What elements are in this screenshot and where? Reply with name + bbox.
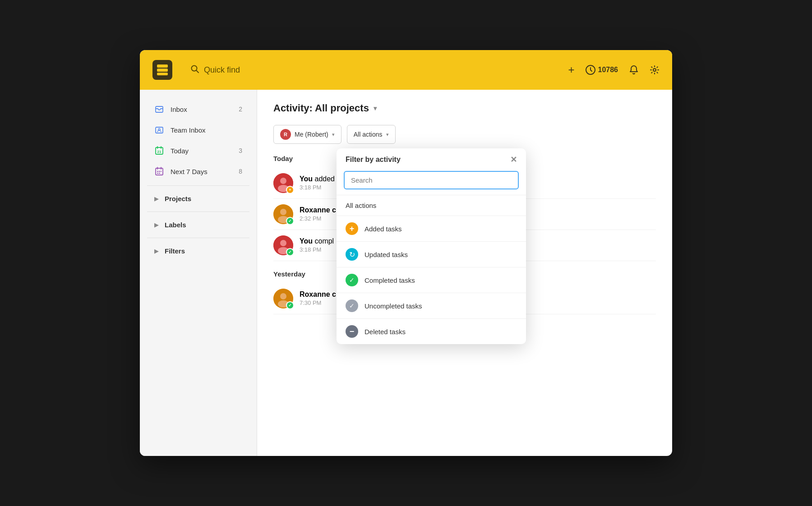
updated-tasks-icon: ↻ <box>346 248 358 261</box>
avatar-wrap-2: ✓ <box>273 204 293 224</box>
svg-rect-18 <box>159 171 160 172</box>
svg-rect-17 <box>157 171 158 172</box>
page-title: Activity: All projects ▾ <box>273 102 656 114</box>
user-avatar: R <box>280 129 291 140</box>
svg-rect-0 <box>157 64 168 68</box>
dropdown-item-all-actions[interactable]: All actions <box>337 195 526 216</box>
sidebar-item-team-inbox[interactable]: Team Inbox <box>143 120 253 140</box>
page-title-chevron[interactable]: ▾ <box>374 105 377 112</box>
quick-find-button[interactable]: Quick find <box>190 64 568 76</box>
dropdown-title: Filter by activity <box>346 156 401 164</box>
all-actions-label: All actions <box>346 202 376 209</box>
search-icon <box>190 64 199 76</box>
added-tasks-label: Added tasks <box>364 225 402 233</box>
sidebar-divider-2 <box>147 212 249 212</box>
sidebar-item-today[interactable]: 21 Today 3 <box>143 140 253 161</box>
sidebar-item-inbox[interactable]: Inbox 2 <box>143 99 253 120</box>
dropdown-item-uncompleted-tasks[interactable]: ✓ Uncompleted tasks <box>337 293 526 319</box>
uncompleted-tasks-icon: ✓ <box>346 299 358 312</box>
avatar-badge-3: ✓ <box>286 248 294 256</box>
deleted-tasks-label: Deleted tasks <box>364 328 406 336</box>
svg-rect-21 <box>159 173 160 174</box>
svg-rect-20 <box>157 173 158 174</box>
svg-point-32 <box>280 293 286 299</box>
sidebar-divider-3 <box>147 238 249 238</box>
svg-point-26 <box>280 209 286 215</box>
today-label: Today <box>171 147 232 155</box>
team-inbox-icon <box>154 125 164 135</box>
svg-rect-2 <box>157 73 168 75</box>
labels-label: Labels <box>165 221 186 229</box>
app-window: Quick find + 10786 <box>140 50 672 456</box>
activity-time-2: 2:32 PM <box>300 215 321 222</box>
sidebar-item-next7days[interactable]: Next 7 Days 8 <box>143 161 253 182</box>
svg-point-6 <box>653 69 656 71</box>
added-tasks-icon: + <box>346 222 358 235</box>
user-filter-label: Me (Robert) <box>295 131 328 138</box>
app-logo[interactable] <box>152 60 172 80</box>
today-icon: 21 <box>154 146 164 156</box>
dropdown-close-button[interactable]: ✕ <box>510 156 517 164</box>
avatar-badge-4: ✓ <box>286 301 294 309</box>
user-filter-chevron: ▾ <box>332 132 335 138</box>
avatar-wrap-4: ✓ <box>273 289 293 308</box>
header: Quick find + 10786 <box>140 50 672 90</box>
projects-chevron: ▶ <box>154 196 158 202</box>
filters-row: R Me (Robert) ▾ All actions ▾ Filter by … <box>273 125 656 144</box>
projects-label: Projects <box>165 195 191 202</box>
actions-filter-label: All actions <box>354 131 383 138</box>
sidebar-section-labels[interactable]: ▶ Labels <box>143 216 253 234</box>
svg-rect-7 <box>156 106 163 112</box>
sidebar-divider-1 <box>147 185 249 186</box>
completed-tasks-icon: ✓ <box>346 274 358 286</box>
activity-time-1: 3:18 PM <box>300 184 321 191</box>
activity-time-3: 3:18 PM <box>300 246 321 253</box>
dropdown-item-completed-tasks[interactable]: ✓ Completed tasks <box>337 267 526 293</box>
next7days-count: 8 <box>239 168 242 175</box>
dropdown-item-deleted-tasks[interactable]: − Deleted tasks <box>337 319 526 344</box>
next7days-label: Next 7 Days <box>171 168 232 175</box>
actions-filter-button[interactable]: All actions ▾ <box>347 125 396 144</box>
inbox-icon <box>154 104 164 114</box>
avatar-badge-1: + <box>286 186 294 194</box>
avatar-wrap-3: ✓ <box>273 235 293 255</box>
dropdown-search-wrap <box>337 169 526 195</box>
karma-display[interactable]: 10786 <box>586 65 618 75</box>
notifications-button[interactable] <box>629 65 639 75</box>
deleted-tasks-icon: − <box>346 325 358 338</box>
svg-line-4 <box>196 70 198 73</box>
sidebar-section-filters[interactable]: ▶ Filters <box>143 242 253 260</box>
dropdown-item-updated-tasks[interactable]: ↻ Updated tasks <box>337 242 526 267</box>
dropdown-search-input[interactable] <box>344 171 519 189</box>
dropdown-header: Filter by activity ✕ <box>337 148 526 169</box>
filters-chevron: ▶ <box>154 248 158 254</box>
add-button[interactable]: + <box>568 64 574 76</box>
user-filter-button[interactable]: R Me (Robert) ▾ <box>273 125 341 144</box>
inbox-label: Inbox <box>171 106 232 113</box>
svg-rect-19 <box>161 171 161 172</box>
main-content: Activity: All projects ▾ R Me (Robert) ▾… <box>257 90 672 456</box>
sidebar: Inbox 2 Team Inbox <box>140 90 257 456</box>
dropdown-item-added-tasks[interactable]: + Added tasks <box>337 216 526 242</box>
activity-time-4: 7:30 PM <box>300 299 321 306</box>
dropdown-list: All actions + Added tasks ↻ Updated task… <box>337 195 526 344</box>
svg-point-23 <box>280 178 286 184</box>
header-actions: + 10786 <box>568 64 660 76</box>
uncompleted-tasks-label: Uncompleted tasks <box>364 302 422 310</box>
svg-point-29 <box>280 240 286 246</box>
avatar-badge-2: ✓ <box>286 217 294 225</box>
completed-tasks-label: Completed tasks <box>364 276 415 284</box>
settings-button[interactable] <box>650 65 660 75</box>
svg-text:21: 21 <box>157 150 161 154</box>
actions-filter-chevron: ▾ <box>386 132 389 138</box>
today-count: 3 <box>239 147 242 154</box>
labels-chevron: ▶ <box>154 222 158 228</box>
inbox-count: 2 <box>239 106 242 113</box>
sidebar-section-projects[interactable]: ▶ Projects <box>143 189 253 208</box>
updated-tasks-label: Updated tasks <box>364 251 408 258</box>
filter-dropdown: Filter by activity ✕ All actions + Added… <box>337 148 526 344</box>
next7days-icon <box>154 166 164 176</box>
main-layout: Inbox 2 Team Inbox <box>140 90 672 456</box>
karma-count: 10786 <box>598 66 618 74</box>
avatar-wrap-1: + <box>273 173 293 193</box>
